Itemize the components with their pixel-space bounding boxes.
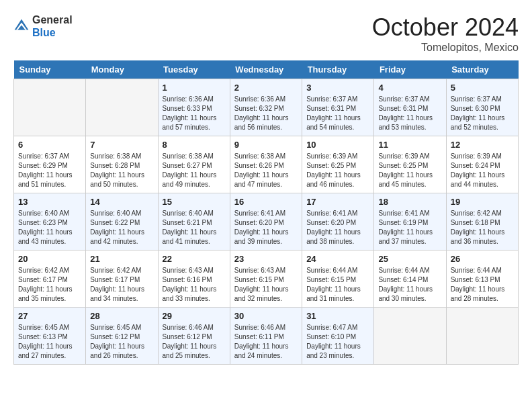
day-cell <box>14 79 86 136</box>
day-number: 30 <box>234 311 298 321</box>
col-header-saturday: Saturday <box>446 60 518 79</box>
day-cell: 20Sunrise: 6:42 AMSunset: 6:17 PMDayligh… <box>14 250 86 308</box>
day-cell: 14Sunrise: 6:40 AMSunset: 6:22 PMDayligh… <box>86 193 158 250</box>
day-number: 27 <box>18 311 81 321</box>
day-info: Sunrise: 6:45 AMSunset: 6:12 PMDaylight:… <box>90 323 153 361</box>
day-info: Sunrise: 6:39 AMSunset: 6:24 PMDaylight:… <box>451 152 514 189</box>
day-cell: 30Sunrise: 6:46 AMSunset: 6:11 PMDayligh… <box>230 308 302 365</box>
day-number: 7 <box>90 140 153 150</box>
day-cell: 24Sunrise: 6:44 AMSunset: 6:15 PMDayligh… <box>302 250 374 308</box>
day-info: Sunrise: 6:36 AMSunset: 6:33 PMDaylight:… <box>163 95 226 132</box>
day-number: 22 <box>163 254 226 264</box>
day-cell: 28Sunrise: 6:45 AMSunset: 6:12 PMDayligh… <box>86 308 158 365</box>
day-cell: 27Sunrise: 6:45 AMSunset: 6:13 PMDayligh… <box>14 308 86 365</box>
day-number: 4 <box>378 83 441 93</box>
title-block: October 2024 Tomelopitos, Mexico <box>372 13 519 54</box>
day-cell: 11Sunrise: 6:39 AMSunset: 6:25 PMDayligh… <box>374 136 446 193</box>
day-info: Sunrise: 6:41 AMSunset: 6:20 PMDaylight:… <box>306 209 369 246</box>
day-cell: 4Sunrise: 6:37 AMSunset: 6:31 PMDaylight… <box>374 79 446 136</box>
week-row-1: 1Sunrise: 6:36 AMSunset: 6:33 PMDaylight… <box>14 79 519 136</box>
day-cell: 29Sunrise: 6:46 AMSunset: 6:12 PMDayligh… <box>158 308 230 365</box>
day-number: 1 <box>163 83 226 93</box>
day-number: 19 <box>451 197 514 207</box>
col-header-sunday: Sunday <box>14 60 86 79</box>
day-cell <box>86 79 158 136</box>
day-info: Sunrise: 6:37 AMSunset: 6:31 PMDaylight:… <box>306 95 369 132</box>
day-cell: 17Sunrise: 6:41 AMSunset: 6:20 PMDayligh… <box>302 193 374 250</box>
day-cell: 21Sunrise: 6:42 AMSunset: 6:17 PMDayligh… <box>86 250 158 308</box>
day-info: Sunrise: 6:38 AMSunset: 6:26 PMDaylight:… <box>234 152 298 189</box>
day-cell <box>446 308 518 365</box>
page-header: General Blue October 2024 Tomelopitos, M… <box>13 13 519 54</box>
day-cell: 10Sunrise: 6:39 AMSunset: 6:25 PMDayligh… <box>302 136 374 193</box>
day-cell: 5Sunrise: 6:37 AMSunset: 6:30 PMDaylight… <box>446 79 518 136</box>
day-cell: 31Sunrise: 6:47 AMSunset: 6:10 PMDayligh… <box>302 308 374 365</box>
day-number: 10 <box>306 140 369 150</box>
day-info: Sunrise: 6:39 AMSunset: 6:25 PMDaylight:… <box>306 152 369 189</box>
day-number: 26 <box>451 254 514 264</box>
col-header-monday: Monday <box>86 60 158 79</box>
day-info: Sunrise: 6:41 AMSunset: 6:19 PMDaylight:… <box>378 209 441 246</box>
day-number: 17 <box>306 197 369 207</box>
day-info: Sunrise: 6:42 AMSunset: 6:17 PMDaylight:… <box>90 266 153 304</box>
day-number: 14 <box>90 197 153 207</box>
day-info: Sunrise: 6:43 AMSunset: 6:16 PMDaylight:… <box>163 266 226 304</box>
logo-icon <box>13 18 30 34</box>
logo: General Blue <box>13 13 73 39</box>
day-cell: 1Sunrise: 6:36 AMSunset: 6:33 PMDaylight… <box>158 79 230 136</box>
day-info: Sunrise: 6:41 AMSunset: 6:20 PMDaylight:… <box>234 209 298 246</box>
day-cell: 23Sunrise: 6:43 AMSunset: 6:15 PMDayligh… <box>230 250 302 308</box>
day-info: Sunrise: 6:44 AMSunset: 6:14 PMDaylight:… <box>378 266 441 304</box>
day-number: 15 <box>163 197 226 207</box>
day-info: Sunrise: 6:38 AMSunset: 6:27 PMDaylight:… <box>163 152 226 189</box>
day-number: 6 <box>18 140 81 150</box>
day-info: Sunrise: 6:40 AMSunset: 6:23 PMDaylight:… <box>18 209 81 246</box>
day-info: Sunrise: 6:46 AMSunset: 6:12 PMDaylight:… <box>163 323 226 361</box>
logo-text: General Blue <box>32 13 73 39</box>
week-row-4: 20Sunrise: 6:42 AMSunset: 6:17 PMDayligh… <box>14 250 519 308</box>
day-number: 13 <box>18 197 81 207</box>
day-info: Sunrise: 6:37 AMSunset: 6:31 PMDaylight:… <box>378 95 441 132</box>
col-header-friday: Friday <box>374 60 446 79</box>
day-cell <box>374 308 446 365</box>
day-cell: 9Sunrise: 6:38 AMSunset: 6:26 PMDaylight… <box>230 136 302 193</box>
day-number: 9 <box>234 140 298 150</box>
day-number: 3 <box>306 83 369 93</box>
day-number: 31 <box>306 311 369 321</box>
day-cell: 26Sunrise: 6:44 AMSunset: 6:13 PMDayligh… <box>446 250 518 308</box>
day-cell: 7Sunrise: 6:38 AMSunset: 6:28 PMDaylight… <box>86 136 158 193</box>
day-number: 23 <box>234 254 298 264</box>
day-number: 8 <box>163 140 226 150</box>
day-info: Sunrise: 6:36 AMSunset: 6:32 PMDaylight:… <box>234 95 298 132</box>
day-cell: 19Sunrise: 6:42 AMSunset: 6:18 PMDayligh… <box>446 193 518 250</box>
day-cell: 6Sunrise: 6:37 AMSunset: 6:29 PMDaylight… <box>14 136 86 193</box>
day-cell: 16Sunrise: 6:41 AMSunset: 6:20 PMDayligh… <box>230 193 302 250</box>
day-number: 5 <box>451 83 514 93</box>
day-number: 25 <box>378 254 441 264</box>
day-number: 24 <box>306 254 369 264</box>
day-number: 2 <box>234 83 298 93</box>
day-info: Sunrise: 6:40 AMSunset: 6:21 PMDaylight:… <box>163 209 226 246</box>
logo-blue: Blue <box>32 27 56 38</box>
day-cell: 2Sunrise: 6:36 AMSunset: 6:32 PMDaylight… <box>230 79 302 136</box>
col-header-thursday: Thursday <box>302 60 374 79</box>
day-number: 21 <box>90 254 153 264</box>
day-info: Sunrise: 6:40 AMSunset: 6:22 PMDaylight:… <box>90 209 153 246</box>
month-title: October 2024 <box>372 13 519 42</box>
day-info: Sunrise: 6:37 AMSunset: 6:29 PMDaylight:… <box>18 152 81 189</box>
day-cell: 12Sunrise: 6:39 AMSunset: 6:24 PMDayligh… <box>446 136 518 193</box>
day-number: 11 <box>378 140 441 150</box>
day-cell: 3Sunrise: 6:37 AMSunset: 6:31 PMDaylight… <box>302 79 374 136</box>
day-cell: 15Sunrise: 6:40 AMSunset: 6:21 PMDayligh… <box>158 193 230 250</box>
day-cell: 25Sunrise: 6:44 AMSunset: 6:14 PMDayligh… <box>374 250 446 308</box>
day-cell: 8Sunrise: 6:38 AMSunset: 6:27 PMDaylight… <box>158 136 230 193</box>
week-row-2: 6Sunrise: 6:37 AMSunset: 6:29 PMDaylight… <box>14 136 519 193</box>
day-info: Sunrise: 6:44 AMSunset: 6:15 PMDaylight:… <box>306 266 369 304</box>
day-info: Sunrise: 6:44 AMSunset: 6:13 PMDaylight:… <box>451 266 514 304</box>
logo-general: General <box>32 14 73 26</box>
week-row-3: 13Sunrise: 6:40 AMSunset: 6:23 PMDayligh… <box>14 193 519 250</box>
day-info: Sunrise: 6:42 AMSunset: 6:17 PMDaylight:… <box>18 266 81 304</box>
day-number: 20 <box>18 254 81 264</box>
day-info: Sunrise: 6:38 AMSunset: 6:28 PMDaylight:… <box>90 152 153 189</box>
day-number: 28 <box>90 311 153 321</box>
